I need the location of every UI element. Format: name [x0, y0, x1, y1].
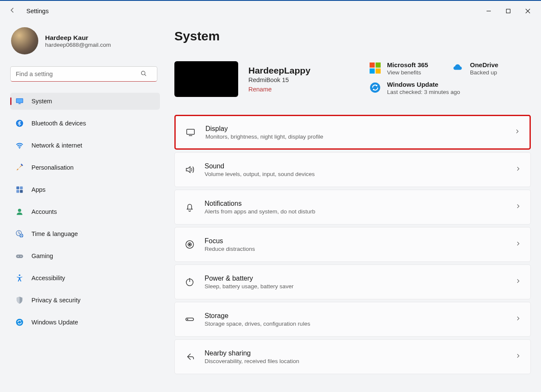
device-name: HardeepLappy: [248, 65, 310, 76]
power-icon: [184, 276, 195, 287]
profile-name: Hardeep Kaur: [45, 34, 111, 42]
ms365-icon: [369, 62, 381, 74]
bell-icon: [184, 202, 195, 213]
row-title: Power & battery: [205, 275, 293, 282]
svg-point-19: [19, 275, 20, 276]
row-title: Sound: [205, 162, 315, 170]
sidebar-item-windows-update[interactable]: Windows Update: [10, 314, 160, 331]
main-content: System HardeepLappy RedmiBook 15 Rename …: [166, 21, 541, 392]
sidebar-item-label: Gaming: [31, 253, 53, 259]
chevron-right-icon: [515, 166, 521, 173]
setting-row-display[interactable]: DisplayMonitors, brightness, night light…: [174, 115, 531, 150]
setting-row-sound[interactable]: SoundVolume levels, output, input, sound…: [174, 152, 531, 187]
profile-block[interactable]: Hardeep Kaur hardeep0688@gmail.com: [10, 27, 159, 54]
svg-rect-12: [20, 190, 23, 193]
sidebar-item-time-language[interactable]: Time & language: [10, 225, 160, 242]
row-sub: Monitors, brightness, night light, displ…: [205, 134, 323, 140]
sidebar-item-label: Network & internet: [31, 142, 82, 149]
chevron-right-icon: [515, 203, 521, 211]
setting-row-storage[interactable]: StorageStorage space, drives, configurat…: [174, 302, 531, 337]
row-sub: Discoverability, received files location: [205, 358, 299, 364]
clock-globe-icon: [15, 230, 24, 238]
sidebar-item-gaming[interactable]: Gaming: [10, 247, 160, 264]
sidebar-item-label: Time & language: [31, 230, 78, 237]
close-button[interactable]: [518, 4, 538, 18]
chevron-right-icon: [515, 315, 521, 323]
apps-icon: [15, 185, 24, 194]
sidebar-item-label: Bluetooth & devices: [31, 120, 86, 127]
sidebar-item-network[interactable]: Network & internet: [10, 137, 160, 154]
update-icon: [369, 82, 381, 94]
info-title: Microsoft 365: [387, 61, 428, 68]
svg-point-18: [20, 256, 21, 257]
svg-point-2: [141, 71, 145, 75]
accounts-icon: [15, 207, 24, 216]
row-title: Storage: [205, 312, 310, 320]
info-sub: Last checked: 3 minutes ago: [387, 89, 460, 95]
avatar: [11, 27, 38, 54]
maximize-button[interactable]: [498, 4, 518, 18]
svg-rect-11: [17, 190, 20, 193]
wifi-icon: [15, 141, 24, 150]
chevron-right-icon: [514, 128, 520, 136]
info-title: Windows Update: [387, 81, 460, 88]
row-title: Focus: [205, 237, 255, 245]
chevron-right-icon: [515, 353, 521, 361]
sidebar-item-accessibility[interactable]: Accessibility: [10, 270, 160, 287]
accessibility-icon: [15, 274, 24, 282]
brush-icon: [15, 163, 24, 172]
search-icon[interactable]: [140, 70, 147, 79]
sidebar-item-label: Accessibility: [31, 275, 65, 281]
svg-point-13: [18, 209, 21, 212]
setting-row-notifications[interactable]: NotificationsAlerts from apps and system…: [174, 190, 531, 224]
info-card-ms365[interactable]: Microsoft 365View benefits: [369, 61, 448, 76]
sidebar-item-label: Windows Update: [31, 319, 78, 326]
info-card-onedrive[interactable]: OneDriveBacked up: [452, 61, 531, 76]
page-title: System: [174, 29, 531, 43]
sidebar-item-label: Personalisation: [31, 164, 74, 171]
update-icon: [15, 318, 24, 327]
info-sub: View benefits: [387, 69, 428, 76]
chevron-right-icon: [515, 278, 521, 286]
row-sub: Sleep, battery usage, battery saver: [205, 283, 293, 290]
svg-point-30: [187, 319, 188, 320]
svg-point-21: [370, 82, 380, 93]
svg-rect-22: [187, 129, 194, 134]
onedrive-icon: [452, 62, 464, 74]
device-thumbnail: [174, 61, 238, 97]
sidebar-item-bluetooth[interactable]: Bluetooth & devices: [10, 115, 160, 132]
sound-icon: [184, 164, 195, 175]
search-input[interactable]: [10, 66, 157, 82]
info-card-windows-update[interactable]: Windows UpdateLast checked: 3 minutes ag…: [369, 81, 531, 95]
window-title: Settings: [26, 8, 48, 14]
focus-icon: [184, 239, 195, 250]
svg-rect-9: [17, 187, 20, 190]
sidebar-item-accounts[interactable]: Accounts: [10, 203, 160, 220]
setting-row-nearby-sharing[interactable]: Nearby sharingDiscoverability, received …: [174, 339, 531, 374]
svg-point-26: [189, 244, 191, 245]
svg-rect-6: [19, 103, 21, 104]
row-title: Nearby sharing: [205, 349, 299, 357]
titlebar: Settings: [0, 1, 541, 21]
svg-rect-1: [507, 9, 510, 13]
row-sub: Volume levels, output, input, sound devi…: [205, 171, 315, 177]
setting-row-focus[interactable]: FocusReduce distractions: [174, 227, 531, 262]
sidebar-item-apps[interactable]: Apps: [10, 181, 160, 198]
setting-row-power[interactable]: Power & batterySleep, battery usage, bat…: [174, 264, 531, 299]
device-model: RedmiBook 15: [248, 77, 310, 83]
profile-email: hardeep0688@gmail.com: [45, 42, 111, 48]
sidebar-item-label: Privacy & security: [31, 297, 80, 304]
sidebar-item-personalisation[interactable]: Personalisation: [10, 159, 160, 176]
svg-point-8: [19, 148, 20, 149]
minimize-button[interactable]: [479, 4, 498, 18]
svg-point-20: [16, 319, 23, 326]
sidebar-item-label: Apps: [31, 186, 46, 193]
shield-icon: [15, 296, 24, 304]
system-icon: [15, 97, 24, 105]
sidebar-item-system[interactable]: System: [10, 93, 160, 110]
row-sub: Reduce distractions: [205, 246, 255, 252]
rename-link[interactable]: Rename: [248, 86, 272, 93]
sidebar-item-privacy[interactable]: Privacy & security: [10, 292, 160, 309]
row-title: Notifications: [205, 200, 315, 207]
back-icon[interactable]: [9, 6, 16, 16]
